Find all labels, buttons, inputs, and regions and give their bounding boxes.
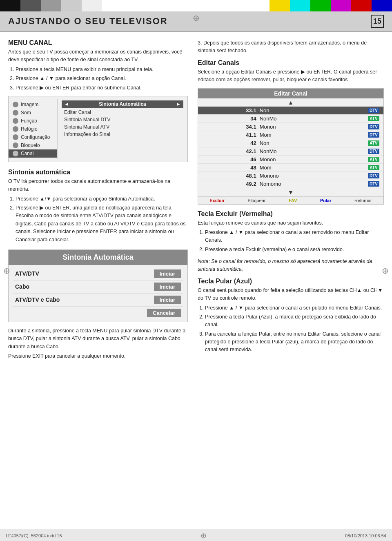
color-black [0,0,20,11]
color-spacer2 [196,0,270,11]
editar-badge-49-2: DTV [368,181,379,187]
sintonia-automatica-steps: Pressione ▲/▼ para selecionar a opção Si… [8,195,188,244]
menu-item-relogio-label: Relógio [21,126,38,132]
editar-footer-retornar[interactable]: Retornar [354,198,372,203]
excluir-step-1: Pressione ▲ / ▼ para selecionar o canal … [205,229,384,245]
editar-badge-42: ATV [368,140,379,146]
pular-step-2: Pressione a tecla Pular (Azul), a marca … [205,313,384,329]
color-green [310,0,331,11]
editar-row-42[interactable]: 42 Non ATV [198,139,383,147]
canal-icon [13,151,18,156]
color-spacer [102,0,196,11]
editar-row-34[interactable]: 34 NonMo ATV [198,115,383,123]
editar-name-33-1: Non [260,107,368,114]
pular-step-1: Pressione ▲ / ▼ para selecionar o canal … [205,304,384,312]
sintonia-row-atv-dtv-cabo: ATV/DTV e Cabo Iniciar [13,294,183,307]
editar-badge-33-1: DTV [368,108,379,113]
menu-item-configuracao: Configuração [9,133,57,141]
editar-footer-excluir[interactable]: Excluir [209,198,225,203]
menu-sub-sintonia-dtv: Sintonia Manual DTV [62,116,183,123]
editar-badge-41-1: DTV [368,132,379,138]
editar-row-34-1[interactable]: 34.1 Monon DTV [198,123,383,131]
color-cyan [290,0,310,11]
editar-canal-footer: Excluir Bloquear FAV Pular Retornar [198,196,383,204]
editar-ch-48: 48 [202,165,260,171]
footer-left: LE4057i(C)_562004.indd 15 [6,533,62,538]
main-content: MENU CANAL Antes que o seu TV possa come… [0,32,392,368]
editar-row-48-1[interactable]: 48.1 Monono DTV [198,172,383,180]
editar-name-42-1: NonMo [260,148,368,154]
tecla-pular-intro: O canal será pulado quando for feita a s… [198,287,384,303]
sint-step-1: Pressione ▲/▼ para selecionar a opção Si… [16,195,188,203]
editar-badge-48: ATV [368,165,379,170]
sintonia-box-header: Sintonia Automática [9,250,187,265]
menu-item-relogio: Relógio [9,125,57,133]
menu-right-panel: ◄ Sintonia Automática ► Editar Canal Sin… [58,99,187,159]
imagem-icon [13,102,18,107]
menu-item-funcao: Função [9,117,57,125]
editar-name-42: Non [260,140,368,146]
menu-sub-informacoes: Informações do Sinal [62,131,183,138]
footer-right: 08/10/2013 10:06:54 [345,533,386,538]
page-number: 15 [371,15,384,28]
menu-screenshot-box: Imagem Som Função Relógio Configuração [8,96,188,162]
sintonia-btn-cancelar[interactable]: Cancelar [147,309,181,317]
menu-canal-title: MENU CANAL [8,39,188,47]
sintonia-btn-atv-dtv-cabo-iniciar[interactable]: Iniciar [154,296,181,304]
editar-canal-down-arrow: ▼ [198,188,383,196]
right-column: 3. Depois que todos os canais disponívei… [198,39,384,364]
editar-ch-34-1: 34.1 [202,124,260,130]
sintonia-table: ATV/DTV Iniciar Cabo Iniciar ATV/DTV e C… [9,265,187,322]
editar-badge-34-1: DTV [368,124,379,129]
sintonia-label-atv-dtv: ATV/DTV [15,270,39,277]
crosshair-right: ⊕ [382,266,389,276]
sintonia-automatica-body: O TV irá percorrer todos os canais autom… [8,178,188,244]
sintonia-footer-2: Pressione EXIT para cancelar a qualquer … [8,352,188,360]
color-mgray [41,0,61,11]
menu-item-imagem-label: Imagem [21,102,38,107]
menu-item-canal[interactable]: Canal [9,149,57,158]
editar-row-46[interactable]: 46 Monon ATV [198,156,383,164]
color-blue [372,0,392,11]
color-yellow [270,0,290,11]
editar-ch-33-1: 33.1 [202,107,260,114]
menu-canal-section: MENU CANAL Antes que o seu TV possa come… [8,39,188,92]
editar-badge-34: ATV [368,116,379,121]
sintonia-btn-cabo-iniciar[interactable]: Iniciar [154,283,181,291]
tecla-excluir-title: Tecla Excluir (Vermelha) [198,210,384,218]
editar-row-49-2[interactable]: 49.2 Nomomo DTV [198,180,383,188]
color-dgray [20,0,41,11]
color-red [351,0,372,11]
top-color-bar [0,0,392,11]
tecla-pular-steps: Pressione ▲ / ▼ para selecionar o canal … [198,304,384,354]
editar-ch-42: 42 [202,140,260,146]
editar-ch-41-1: 41.1 [202,132,260,138]
editar-canais-text: Selecione a opção Editar Canais e pressi… [198,68,384,84]
editar-footer-pular[interactable]: Pular [320,198,332,203]
editar-footer-bloquear[interactable]: Bloquear [247,198,265,203]
menu-sub-editar-canal: Editar Canal [62,109,183,116]
menu-canal-steps: Pressione a tecla MENU para exibir o men… [8,66,188,92]
sintonia-btn-atv-dtv-iniciar[interactable]: Iniciar [154,269,181,278]
editar-row-48[interactable]: 48 Mom ATV [198,164,383,172]
right-intro: 3. Depois que todos os canais disponívei… [198,39,384,55]
editar-row-41-1[interactable]: 41.1 Mom DTV [198,131,383,139]
editar-row-33-1[interactable]: 33.1 Non DTV [198,107,383,115]
editar-canal-box: Editar Canal ▲ 33.1 Non DTV 34 NonMo ATV… [198,88,384,205]
editar-name-46: Monon [260,156,368,163]
tecla-excluir-steps: Pressione ▲ / ▼ para selecionar o canal … [198,229,384,254]
editar-footer-fav[interactable]: FAV [289,198,297,203]
editar-ch-49-2: 49.2 [202,181,260,187]
editar-name-48-1: Monono [260,173,368,179]
crosshair-bottom: ⊕ [200,531,207,540]
menu-item-imagem: Imagem [9,100,57,109]
configuracao-icon [13,134,18,140]
editar-row-42-1[interactable]: 42.1 NonMo DTV [198,147,383,156]
color-lgray [61,0,82,11]
editar-badge-46: ATV [368,157,379,162]
editar-ch-42-1: 42.1 [202,148,260,154]
sintonia-footer-text: Durante a sintonia, pressione a tecla ME… [8,327,188,361]
sintonia-label-atv-dtv-cabo: ATV/DTV e Cabo [15,296,60,303]
menu-left-panel: Imagem Som Função Relógio Configuração [9,99,58,159]
sintonia-row-atv-dtv: ATV/DTV Iniciar [13,267,183,281]
